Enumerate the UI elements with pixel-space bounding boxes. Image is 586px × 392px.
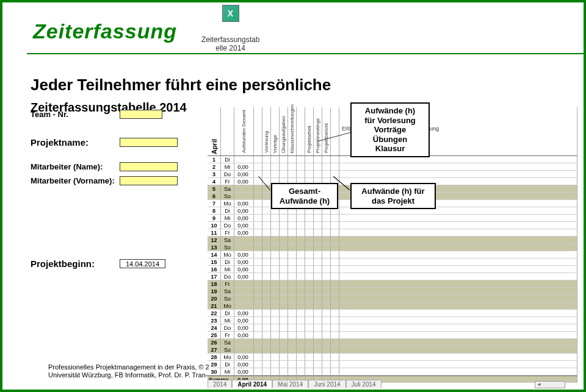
main-content: Jeder Teilnehmer führt eine persönliche …	[31, 76, 577, 122]
sheet-row[interactable]: 20So	[208, 295, 577, 302]
tab-2014[interactable]: 2014	[208, 380, 232, 388]
file-name-l1: Zeiterfassungstab	[201, 35, 259, 44]
col-spacer1	[254, 107, 262, 155]
projekt-input[interactable]	[120, 138, 178, 147]
tab-juni[interactable]: Juni 2014	[308, 380, 345, 388]
sheet-row[interactable]: 30Mi0,00	[208, 368, 577, 376]
excel-file-icon[interactable]	[222, 5, 239, 22]
mitarbeiter-vorname-label: Mitarbeiter (Vorname):	[31, 176, 115, 185]
mitarbeiter-name-input[interactable]	[120, 162, 178, 171]
col-meetings: Projektmeetings	[314, 107, 322, 155]
projektbeginn-value[interactable]: 14.04.2014	[120, 259, 165, 268]
callout-projekt: Aufwände (h) für das Projekt	[350, 183, 436, 209]
sheet-row[interactable]: 17Do0,00	[208, 273, 577, 280]
col-month: April	[208, 107, 221, 155]
col-vorlesung: Vorlesung	[262, 107, 271, 155]
sheet-row[interactable]: 28Mo0,00	[208, 354, 577, 361]
sheet-row[interactable]: 10Do0,00	[208, 222, 577, 229]
col-weekday	[221, 107, 234, 155]
sheet-row[interactable]: 29Di0,00	[208, 361, 577, 368]
sheet-row[interactable]: 25Fr0,00	[208, 332, 577, 339]
sheet-row[interactable]: 18Fr	[208, 280, 577, 288]
sheet-row[interactable]: 2Mi0,00	[208, 163, 577, 171]
footer-line-2: Universität Würzburg, FB Informatik, Pro…	[48, 371, 209, 380]
callout-gesamt: Gesamt- Aufwände (h)	[271, 183, 338, 209]
form-area: Team - Nr. Projektname: Mitarbeiter (Nam…	[31, 110, 208, 276]
sheet-row[interactable]: 26Sa	[208, 339, 577, 346]
page-heading: Jeder Teilnehmer führt eine persönliche	[31, 76, 577, 94]
projektbeginn-label: Projektbeginn:	[31, 258, 115, 269]
header: Zeiterfassung Zeiterfassungstab elle 201…	[2, 2, 584, 53]
sheet-row[interactable]: 9Mi0,00	[208, 215, 577, 222]
tab-april[interactable]: April 2014	[232, 380, 272, 388]
file-label: Zeiterfassungstab elle 2014	[201, 17, 259, 53]
sheet-row[interactable]: 19Sa	[208, 288, 577, 295]
sheet-row[interactable]: 16Mi0,00	[208, 266, 577, 273]
sheet-row[interactable]: 14Mo0,00	[208, 251, 577, 258]
sheet-row[interactable]: 12Sa	[208, 237, 577, 244]
file-name-l2: elle 2014	[201, 44, 259, 52]
sheet-tabs: 2014 April 2014 Mai 2014 Juni 2014 Juli …	[208, 380, 382, 388]
sheet-row[interactable]: 15Di0,00	[208, 258, 577, 266]
sheet-row[interactable]: 27So	[208, 346, 577, 354]
tab-scrollbar[interactable]	[535, 381, 565, 388]
sheet-row[interactable]: 22Di0,00	[208, 310, 577, 317]
col-spacer3	[331, 107, 339, 155]
sheet-row[interactable]: 21Mo	[208, 302, 577, 310]
team-input[interactable]	[120, 110, 162, 119]
col-ubungs: Übungsaufgaben	[280, 107, 288, 155]
app-title: Zeiterfassung	[33, 20, 177, 43]
col-spacer2	[297, 107, 305, 155]
tab-juli[interactable]: Juli 2014	[346, 380, 382, 388]
col-vortrage: Vorträge	[271, 107, 280, 155]
col-projektarbeit: Projektarbeit	[305, 107, 314, 155]
col-klausur: Klausurvorbereitungen	[288, 107, 297, 155]
projekt-label: Projektname:	[31, 137, 115, 148]
footer: Professionelles Projektmanagement in der…	[48, 363, 209, 380]
header-divider	[27, 53, 584, 54]
sheet-row[interactable]: 24Do0,00	[208, 324, 577, 332]
col-gesamt: Aufstunden Gesamt	[234, 107, 254, 155]
tab-mai[interactable]: Mai 2014	[272, 380, 308, 388]
col-bericht: Projektbericht	[322, 107, 331, 155]
sheet-row[interactable]: 13So	[208, 244, 577, 251]
callout-vorlesung: Aufwände (h) für Vorlesung Vorträge Übun…	[350, 102, 430, 157]
mitarbeiter-name-label: Mitarbeiter (Name):	[31, 162, 115, 171]
sheet-row[interactable]: 3Do0,00	[208, 171, 577, 178]
mitarbeiter-vorname-input[interactable]	[120, 176, 178, 185]
sheet-row[interactable]: 23Mi0,00	[208, 317, 577, 324]
sheet-row[interactable]: 11Fr0,00	[208, 229, 577, 237]
footer-line-1: Professionelles Projektmanagement in der…	[48, 363, 209, 372]
team-label: Team - Nr.	[31, 110, 115, 119]
